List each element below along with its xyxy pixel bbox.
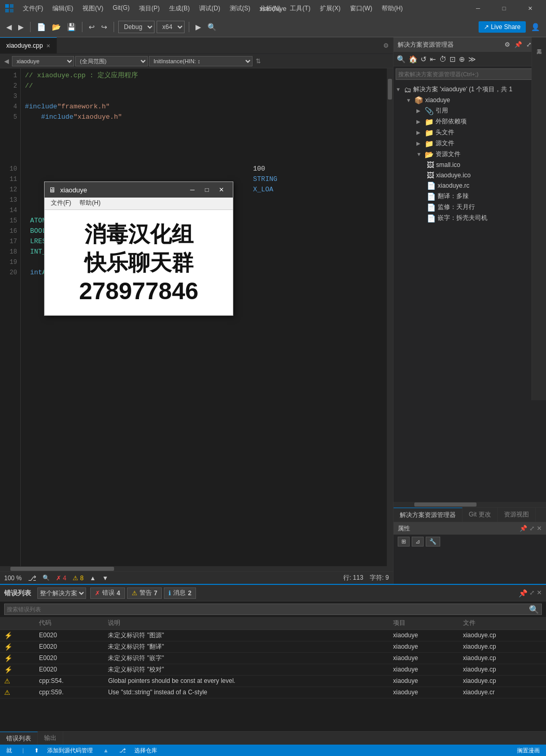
vert-btn-1[interactable]: 工具箱: [534, 39, 545, 51]
tab-error-list[interactable]: 错误列表: [0, 732, 38, 745]
scope-dropdown[interactable]: xiaoduye: [12, 56, 74, 66]
sol-filter-btn[interactable]: ⊡: [449, 54, 457, 64]
error-row-1[interactable]: ⚡ E0020 未定义标识符 "图源" xiaoduye xiaoduye.cp: [0, 629, 546, 641]
play-button[interactable]: ▶: [193, 22, 203, 32]
col-desc-header[interactable]: 说明: [104, 617, 389, 629]
solution-root[interactable]: ▼ 🗂 解决方案 'xiaoduye' (1 个项目，共 1: [394, 84, 546, 95]
tree-resources[interactable]: ▼ 📂 资源文件: [394, 149, 546, 160]
tree-xiaoduye-ico[interactable]: 🖼 xiaoduye.ico: [394, 170, 546, 180]
popup-menu-file[interactable]: 文件(F): [47, 198, 75, 209]
sol-more-btn[interactable]: ≫: [467, 54, 477, 64]
platform-dropdown[interactable]: x64: [157, 21, 185, 33]
menu-test[interactable]: 测试(S): [226, 2, 255, 15]
error-pin-icon[interactable]: 📌: [519, 589, 527, 597]
tab-close-icon[interactable]: ✕: [46, 43, 50, 49]
solution-hscroll-thumb[interactable]: [414, 502, 477, 507]
col-file-header[interactable]: 文件: [459, 617, 546, 629]
close-button[interactable]: ✕: [518, 0, 542, 17]
config-dropdown[interactable]: Debug: [118, 21, 155, 33]
sync-icon[interactable]: ⇅: [254, 58, 263, 65]
menu-edit[interactable]: 编辑(E): [48, 2, 77, 15]
popup-minimize-btn[interactable]: ─: [185, 183, 200, 197]
error-row-3[interactable]: ⚡ E0020 未定义标识符 "嵌字" xiaoduye xiaoduye.cp: [0, 652, 546, 664]
error-close-icon[interactable]: ✕: [537, 589, 542, 597]
menu-build[interactable]: 生成(B): [165, 2, 194, 15]
tree-headers[interactable]: ▶ 📁 头文件: [394, 127, 546, 138]
forward-button[interactable]: ▶: [16, 22, 26, 32]
maximize-button[interactable]: □: [492, 0, 516, 17]
tab-xiaoduye-cpp[interactable]: xiaoduye.cpp ✕: [0, 37, 57, 53]
sol-home-btn[interactable]: 🏠: [408, 54, 418, 64]
error-search-box[interactable]: 🔍: [4, 604, 542, 615]
sol-pending-btn[interactable]: ⏱: [438, 54, 447, 64]
tree-fanyi[interactable]: 📄 翻译：多辣: [394, 191, 546, 202]
live-share-button[interactable]: ↗ Live Share: [479, 21, 526, 33]
hscroll-thumb[interactable]: [10, 567, 114, 571]
menu-help[interactable]: 帮助(H): [377, 2, 407, 15]
panel-pin-icon[interactable]: 📌: [513, 40, 523, 49]
popup-menu-help[interactable]: 帮助(H): [75, 198, 105, 209]
tree-references[interactable]: ▶ 📎 引用: [394, 105, 546, 116]
warning-row-2[interactable]: ⚠ cpp:S59. Use "std::string" instead of …: [0, 687, 546, 698]
props-sort-btn[interactable]: ⊿: [412, 537, 424, 547]
error-search-input[interactable]: [5, 606, 527, 612]
menu-git[interactable]: Git(G): [108, 2, 134, 15]
search-toolbar-button[interactable]: 🔍: [205, 22, 218, 32]
editor-hscroll[interactable]: [0, 566, 393, 571]
tab-solution-explorer[interactable]: 解决方案资源管理器: [394, 508, 463, 522]
props-expand-icon[interactable]: ⤢: [529, 525, 535, 532]
save-button[interactable]: 💾: [65, 22, 78, 32]
account-button[interactable]: 👤: [529, 22, 542, 32]
panel-settings-icon[interactable]: ⚙: [503, 40, 511, 49]
tab-output[interactable]: 输出: [38, 732, 63, 745]
sol-search-btn[interactable]: 🔍: [396, 54, 407, 64]
error-tab-messages[interactable]: ℹ 消息 2: [164, 587, 196, 599]
error-tab-warnings[interactable]: ⚠ 警告 7: [127, 587, 162, 599]
col-code-header[interactable]: 代码: [35, 617, 104, 629]
solution-search-input[interactable]: [396, 71, 532, 77]
sol-collapse-btn[interactable]: ⇤: [429, 54, 437, 64]
status-right-text[interactable]: 搁置漫画: [515, 747, 542, 754]
menu-extensions[interactable]: 扩展(X): [316, 2, 345, 15]
function-dropdown[interactable]: InitInstance(HIN: ↕: [149, 56, 253, 66]
code-editor[interactable]: 1 2 3 4 5 10 11 12 13 14 15 16 17 18 19 …: [0, 68, 393, 566]
tree-jianxiu[interactable]: 📄 监修：天月行: [394, 202, 546, 213]
props-grid-btn[interactable]: ⊞: [398, 537, 410, 547]
menu-tools[interactable]: 工具(T): [286, 2, 314, 15]
menu-window[interactable]: 窗口(W): [346, 2, 376, 15]
col-project-header[interactable]: 项目: [389, 617, 459, 629]
error-expand-icon[interactable]: ⤢: [529, 589, 535, 597]
sol-refresh-btn[interactable]: ↺: [419, 54, 428, 64]
status-select-repo[interactable]: 选择仓库: [132, 747, 159, 754]
status-source-control[interactable]: 添加到源代码管理: [45, 747, 95, 754]
props-close-icon[interactable]: ✕: [537, 525, 542, 532]
solution-hscroll[interactable]: [394, 502, 546, 507]
tree-sources[interactable]: ▶ 📁 源文件: [394, 138, 546, 149]
project-node[interactable]: ▼ 📦 xiaoduye: [394, 95, 546, 105]
error-filter-dropdown[interactable]: 整个解决方案: [37, 587, 86, 599]
popup-restore-btn[interactable]: □: [200, 183, 214, 197]
solution-search-box[interactable]: 🔍: [396, 68, 544, 80]
error-row-4[interactable]: ⚡ E0020 未定义标识符 "校对" xiaoduye xiaoduye.cp: [0, 664, 546, 675]
warning-row-1[interactable]: ⚠ cpp:S54. Global pointers should be con…: [0, 675, 546, 687]
tree-qianzi[interactable]: 📄 嵌字：拆壳夫司机: [394, 213, 546, 223]
new-file-button[interactable]: 📄: [35, 22, 48, 32]
menu-project[interactable]: 项目(P): [135, 2, 164, 15]
undo-button[interactable]: ↩: [87, 22, 97, 32]
props-pin-icon[interactable]: 📌: [520, 525, 527, 532]
popup-close-btn[interactable]: ✕: [214, 183, 229, 197]
tree-xiaoduye-rc[interactable]: 📄 xiaoduye.rc: [394, 180, 546, 191]
tab-git-changes[interactable]: Git 更改: [463, 508, 498, 522]
tree-external-deps[interactable]: ▶ 📁 外部依赖项: [394, 116, 546, 127]
open-button[interactable]: 📂: [50, 22, 63, 32]
code-content[interactable]: // xiaoduye.cpp : 定义应用程序 // #include "fr…: [21, 68, 387, 566]
tree-small-ico[interactable]: 🖼 small.ico: [394, 160, 546, 170]
namespace-dropdown[interactable]: (全局范围): [75, 56, 148, 66]
back-button[interactable]: ◀: [4, 22, 14, 32]
menu-debug[interactable]: 调试(D): [195, 2, 225, 15]
menu-view[interactable]: 视图(V): [78, 2, 107, 15]
tab-resource-view[interactable]: 资源视图: [498, 508, 536, 522]
redo-button[interactable]: ↪: [99, 22, 109, 32]
props-wrench-btn[interactable]: 🔧: [426, 537, 440, 547]
status-ready[interactable]: 就: [4, 747, 14, 754]
